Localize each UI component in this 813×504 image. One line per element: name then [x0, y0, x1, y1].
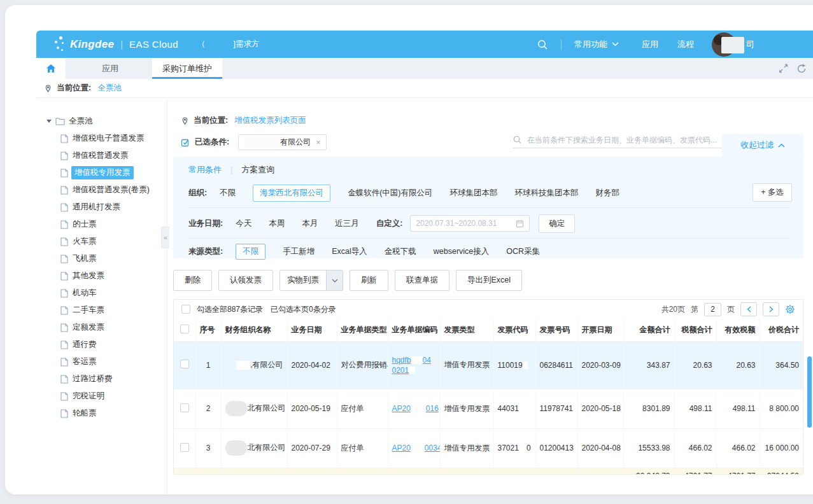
- tree-item[interactable]: 二手车票: [36, 302, 167, 319]
- caret-down-icon[interactable]: [46, 120, 52, 123]
- td-total: 16 000.00: [760, 428, 803, 468]
- doc-no-link[interactable]: hqdfb040201: [392, 356, 431, 375]
- quick-menu[interactable]: 常用功能: [574, 39, 619, 50]
- org-option-any[interactable]: 不限: [220, 188, 236, 199]
- doc-no-link[interactable]: AP20016: [392, 404, 439, 413]
- refresh-button[interactable]: 刷新: [350, 270, 388, 291]
- redaction: [225, 440, 247, 456]
- col-amount: 金额合计: [623, 319, 674, 341]
- doc-no-link[interactable]: AP200034: [392, 444, 441, 452]
- date-option-month[interactable]: 本月: [302, 218, 318, 229]
- td-doc-no: AP200034: [388, 428, 440, 468]
- tab-bar: 应用 采购订单维护: [36, 58, 813, 79]
- table-row[interactable]: 1 ,有限公司 2020-04-02 对公费用报销单 hqdfb040201 增…: [174, 341, 803, 389]
- tree-item[interactable]: 增值税普通发票: [36, 147, 167, 164]
- page-number-input[interactable]: 2: [704, 303, 721, 316]
- source-option[interactable]: OCR采集: [506, 246, 540, 257]
- confirm-button[interactable]: 确定: [539, 214, 575, 233]
- org-option[interactable]: 环球集团本部: [450, 188, 498, 199]
- export-excel-button[interactable]: 导出到Excel: [456, 270, 522, 291]
- redaction: [519, 445, 527, 452]
- td-inv-no: 11978741: [535, 389, 577, 428]
- table-search: [513, 135, 724, 148]
- tree-item[interactable]: 轮船票: [36, 405, 167, 422]
- physical-arrival-dropdown[interactable]: 实物到票: [279, 270, 343, 291]
- tree-item[interactable]: 通用机打发票: [36, 199, 167, 216]
- tree-item[interactable]: 飞机票: [36, 250, 167, 267]
- header-checkbox[interactable]: [180, 325, 189, 333]
- redaction: [236, 361, 250, 370]
- filter-tab-common[interactable]: 常用条件: [188, 164, 222, 176]
- refresh-icon[interactable]: [796, 64, 807, 74]
- linked-query-button[interactable]: 联查单据: [395, 270, 449, 291]
- doc-icon: [60, 220, 68, 229]
- delete-button[interactable]: 删除: [173, 270, 212, 291]
- row-checkbox[interactable]: [180, 443, 189, 452]
- date-range-input[interactable]: 2020.07.31~2020.08.31: [410, 215, 530, 232]
- search-input[interactable]: [527, 136, 718, 144]
- td-doc-no: AP20016: [388, 389, 440, 428]
- gear-icon[interactable]: [785, 304, 795, 314]
- tree-item[interactable]: 火车票: [36, 233, 167, 250]
- table-toolbar: 勾选全部887条记录 已勾选本页0条分录 共20页 第 2 页: [174, 300, 803, 319]
- tree-item[interactable]: 完税证明: [36, 388, 167, 405]
- location-link[interactable]: 全票池: [97, 83, 122, 94]
- tree-item[interactable]: 增值税电子普通发票: [36, 130, 167, 147]
- filter-tab-scheme[interactable]: 方案查询: [241, 164, 274, 176]
- tab-purchase-order[interactable]: 采购订单维护: [152, 58, 222, 79]
- date-option-3m[interactable]: 近三月: [335, 218, 359, 229]
- tab-home[interactable]: [36, 58, 66, 79]
- source-option[interactable]: webservice接入: [434, 246, 490, 257]
- tree-item[interactable]: 客运票: [36, 353, 167, 370]
- source-option-any[interactable]: 不限: [236, 244, 265, 260]
- fullscreen-icon[interactable]: [779, 64, 788, 73]
- col-valid-tax: 有效税额: [716, 319, 760, 341]
- source-option[interactable]: 手工新增: [283, 246, 315, 257]
- tab-app[interactable]: 应用: [82, 58, 138, 79]
- row-checkbox[interactable]: [180, 403, 189, 412]
- search-icon[interactable]: [537, 39, 548, 50]
- chevron-right-icon: [769, 306, 774, 312]
- date-option-today[interactable]: 今天: [236, 218, 251, 229]
- claim-invoice-button[interactable]: 认领发票: [218, 270, 273, 291]
- date-option-week[interactable]: 本周: [269, 218, 285, 229]
- org-option[interactable]: 环球科技集团本部: [515, 188, 579, 199]
- select-all-checkbox[interactable]: [181, 305, 190, 314]
- tree-collapse-handle[interactable]: «: [161, 227, 169, 248]
- prev-page-button[interactable]: [740, 302, 757, 316]
- tag-remove-icon[interactable]: ×: [316, 138, 320, 147]
- custom-date-label: 自定义:: [376, 218, 403, 229]
- td-doc-type: 对公费用报销单: [337, 341, 388, 389]
- table-row[interactable]: 2 北有限公司 2020-05-19 应付单 AP20016 增值专用发票 44…: [174, 389, 803, 428]
- tree-item[interactable]: 过路过桥费: [36, 370, 167, 388]
- col-seq: 序号: [195, 319, 221, 341]
- tree-item-selected[interactable]: 增值税专用发票: [36, 164, 167, 181]
- source-option[interactable]: 金税下载: [385, 246, 416, 257]
- selected-conditions-row: 已选条件: 有限公司 ×: [181, 134, 327, 150]
- vertical-scrollbar-thumb[interactable]: [807, 356, 812, 428]
- multi-select-button[interactable]: + 多选: [753, 183, 792, 202]
- org-option[interactable]: 金蝶软件(中国)有限公司: [348, 188, 432, 199]
- tree-item[interactable]: 其他发票: [36, 267, 167, 284]
- avatar[interactable]: [712, 32, 736, 57]
- tree-root-all-invoices[interactable]: 全票池: [36, 113, 167, 130]
- tree-item[interactable]: 增值税普通发票(卷票): [36, 181, 167, 199]
- td-date: 2020-07-29: [287, 428, 337, 468]
- tree-item[interactable]: 定额发票: [36, 319, 167, 336]
- source-option[interactable]: Excal导入: [332, 246, 367, 257]
- tree-item[interactable]: 机动车: [36, 284, 167, 302]
- invoice-table-container: 勾选全部887条记录 已勾选本页0条分录 共20页 第 2 页 序号 财务组织名…: [173, 299, 803, 475]
- row-checkbox[interactable]: [180, 360, 189, 368]
- org-option-selected[interactable]: 海棠西北有限公司: [253, 185, 330, 202]
- tree-item[interactable]: 通行费: [36, 336, 167, 353]
- table-row[interactable]: 3 北有限公司 2020-07-29 应付单 AP200034 增值专用发票 3…: [174, 428, 803, 468]
- nav-flow[interactable]: 流程: [677, 39, 694, 50]
- location-bar: 当前位置: 全票池: [36, 79, 813, 98]
- next-page-button[interactable]: [763, 302, 779, 316]
- col-org: 财务组织名称: [221, 319, 287, 341]
- collapse-filter-button[interactable]: 收起过滤: [722, 134, 803, 157]
- breadcrumb-link[interactable]: 增值税发票列表页面: [234, 115, 306, 126]
- tree-item[interactable]: 的士票: [36, 216, 167, 233]
- org-option[interactable]: 财务部: [596, 188, 620, 199]
- nav-app[interactable]: 应用: [642, 39, 658, 50]
